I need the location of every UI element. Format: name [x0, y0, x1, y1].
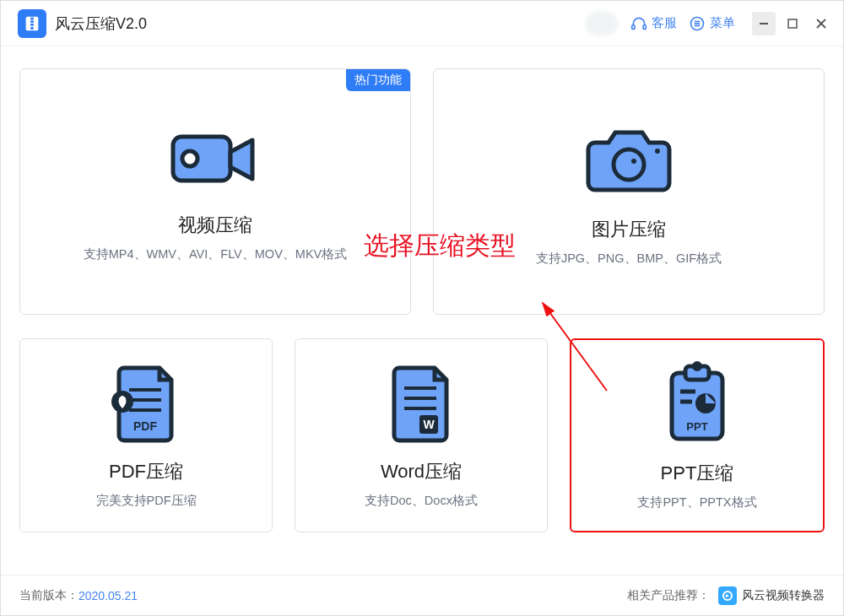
svg-rect-1	[30, 17, 34, 19]
support-label: 客服	[652, 15, 677, 31]
svg-point-20	[655, 149, 660, 154]
svg-point-4	[30, 26, 34, 30]
content-area: 选择压缩类型 热门功能 视频压缩 支持MP4、WMV、AVI、FLV、MOV、M…	[1, 46, 843, 575]
related-app-name: 风云视频转换器	[742, 588, 825, 603]
svg-rect-6	[643, 24, 646, 29]
svg-text:PPT: PPT	[686, 420, 707, 433]
close-button[interactable]	[809, 12, 833, 35]
ppt-clipboard-icon: PPT	[660, 361, 734, 449]
card-word-compress[interactable]: W Word压缩 支持Doc、Docx格式	[295, 338, 548, 532]
card-title: 视频压缩	[178, 213, 252, 238]
svg-rect-5	[632, 24, 635, 29]
menu-link[interactable]: 菜单	[689, 15, 735, 32]
version-value: 2020.05.21	[78, 589, 138, 602]
camera-icon	[578, 117, 679, 205]
card-video-compress[interactable]: 热门功能 视频压缩 支持MP4、WMV、AVI、FLV、MOV、MKV格式	[19, 68, 411, 315]
card-title: 图片压缩	[592, 217, 666, 242]
titlebar: 风云压缩V2.0 客服 菜单	[1, 1, 843, 46]
related-app-link[interactable]: 风云视频转换器	[718, 586, 825, 605]
hot-badge: 热门功能	[346, 69, 410, 91]
svg-text:W: W	[423, 418, 435, 431]
svg-rect-12	[788, 19, 797, 28]
card-title: PPT压缩	[661, 461, 734, 486]
video-camera-icon	[165, 122, 266, 201]
svg-point-17	[182, 151, 197, 166]
svg-rect-2	[30, 20, 34, 23]
footer: 当前版本： 2020.05.21 相关产品推荐： 风云视频转换器	[1, 575, 843, 615]
menu-icon	[689, 15, 706, 32]
card-pdf-compress[interactable]: PDF PDF压缩 完美支持PDF压缩	[19, 338, 273, 532]
maximize-button[interactable]	[781, 12, 804, 35]
card-title: PDF压缩	[109, 459, 183, 484]
version-label: 当前版本：	[19, 588, 78, 603]
pdf-file-icon: PDF	[109, 363, 183, 447]
card-ppt-compress[interactable]: PPT PPT压缩 支持PPT、PPTX格式	[570, 338, 825, 532]
avatar[interactable]	[585, 11, 619, 36]
card-desc: 支持JPG、PNG、BMP、GIF格式	[536, 251, 722, 267]
minimize-button[interactable]	[752, 12, 776, 35]
card-desc: 完美支持PDF压缩	[96, 493, 197, 509]
svg-text:PDF: PDF	[133, 419, 157, 433]
card-desc: 支持MP4、WMV、AVI、FLV、MOV、MKV格式	[84, 246, 348, 262]
related-label: 相关产品推荐：	[627, 588, 710, 603]
svg-point-19	[631, 159, 636, 164]
card-title: Word压缩	[381, 459, 462, 484]
headset-icon	[630, 15, 647, 32]
menu-label: 菜单	[710, 15, 735, 31]
word-file-icon: W	[384, 363, 458, 447]
card-desc: 支持Doc、Docx格式	[365, 493, 478, 509]
app-title: 风云压缩V2.0	[55, 14, 147, 34]
app-window: 风云压缩V2.0 客服 菜单	[0, 0, 844, 616]
card-desc: 支持PPT、PPTX格式	[637, 494, 756, 511]
converter-app-icon	[718, 586, 737, 605]
support-link[interactable]: 客服	[630, 15, 677, 32]
svg-rect-3	[30, 24, 34, 26]
card-image-compress[interactable]: 图片压缩 支持JPG、PNG、BMP、GIF格式	[433, 68, 825, 315]
app-logo-icon	[18, 9, 46, 38]
